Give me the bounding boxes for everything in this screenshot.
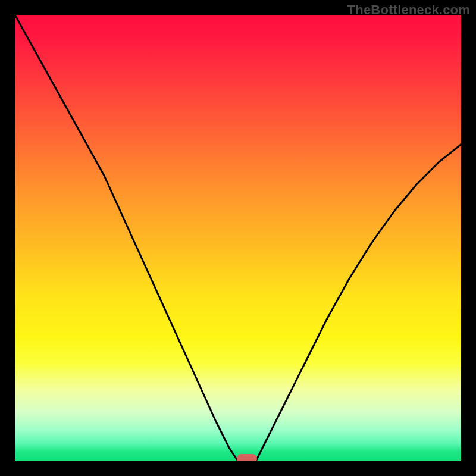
- chart-frame: TheBottleneck.com: [0, 0, 476, 476]
- optimum-marker: [237, 454, 257, 461]
- bottleneck-curve: [15, 15, 461, 461]
- watermark-text: TheBottleneck.com: [347, 2, 470, 18]
- plot-area: [15, 15, 461, 461]
